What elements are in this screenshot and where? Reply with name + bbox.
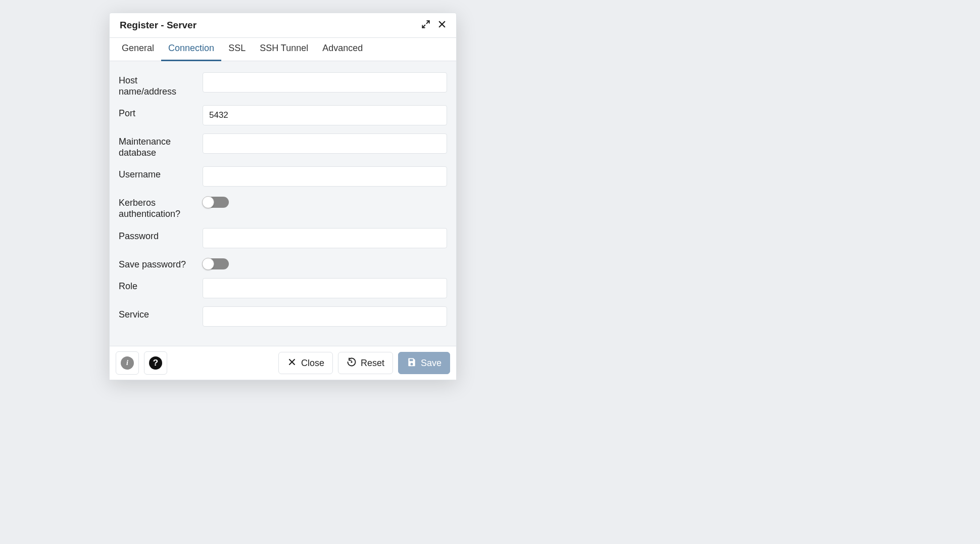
save-password-toggle[interactable]	[203, 258, 229, 269]
label-maintdb: Maintenance database	[119, 133, 194, 158]
info-icon: i	[121, 356, 134, 370]
host-input[interactable]	[203, 72, 447, 93]
row-maintdb: Maintenance database	[116, 129, 450, 162]
reset-button[interactable]: Reset	[338, 352, 393, 374]
tab-general[interactable]: General	[115, 38, 161, 61]
role-input[interactable]	[203, 278, 447, 298]
username-input[interactable]	[203, 166, 447, 187]
row-password: Password	[116, 224, 450, 252]
row-savepw: Save password?	[116, 252, 450, 275]
dialog-title: Register - Server	[120, 20, 197, 31]
toggle-knob	[202, 258, 214, 270]
service-input[interactable]	[203, 306, 447, 327]
tab-advanced[interactable]: Advanced	[315, 38, 370, 61]
tab-bar: General Connection SSL SSH Tunnel Advanc…	[110, 38, 456, 61]
label-host: Host name/address	[119, 72, 194, 97]
x-icon	[287, 357, 297, 370]
close-icon	[437, 20, 447, 31]
svg-point-0	[351, 361, 352, 362]
label-username: Username	[119, 166, 194, 180]
info-button[interactable]: i	[116, 351, 139, 375]
row-port: Port	[116, 101, 450, 129]
close-button-label: Close	[301, 358, 324, 369]
password-input[interactable]	[203, 228, 447, 248]
tab-connection[interactable]: Connection	[161, 38, 221, 61]
toggle-knob	[202, 196, 214, 208]
row-username: Username	[116, 162, 450, 191]
kerberos-toggle[interactable]	[203, 197, 229, 208]
maintenance-db-input[interactable]	[203, 133, 447, 154]
reset-button-label: Reset	[361, 358, 384, 369]
save-button-label: Save	[421, 358, 442, 369]
dialog-header: Register - Server	[110, 13, 456, 38]
port-input[interactable]	[203, 105, 447, 125]
row-host: Host name/address	[116, 68, 450, 101]
tab-ssl[interactable]: SSL	[221, 38, 253, 61]
help-button[interactable]: ?	[144, 351, 167, 375]
row-role: Role	[116, 274, 450, 302]
row-kerberos: Kerberos authentication?	[116, 191, 450, 223]
label-password: Password	[119, 228, 194, 242]
close-button[interactable]: Close	[278, 352, 333, 374]
label-service: Service	[119, 306, 194, 321]
expand-button[interactable]	[419, 18, 433, 32]
close-dialog-button[interactable]	[435, 18, 449, 32]
label-port: Port	[119, 105, 194, 119]
label-kerberos: Kerberos authentication?	[119, 195, 194, 219]
dialog-body: Host name/address Port Maintenance datab…	[110, 61, 456, 346]
help-icon: ?	[149, 356, 162, 370]
expand-icon	[421, 20, 430, 31]
save-icon	[407, 357, 417, 370]
dialog-footer: i ? Close Reset Save	[110, 346, 456, 380]
label-savepw: Save password?	[119, 256, 194, 270]
reset-icon	[347, 357, 357, 370]
label-role: Role	[119, 278, 194, 292]
register-server-dialog: Register - Server General Connection SSL…	[109, 13, 457, 380]
row-service: Service	[116, 302, 450, 331]
save-button[interactable]: Save	[398, 352, 450, 374]
tab-ssh-tunnel[interactable]: SSH Tunnel	[253, 38, 315, 61]
